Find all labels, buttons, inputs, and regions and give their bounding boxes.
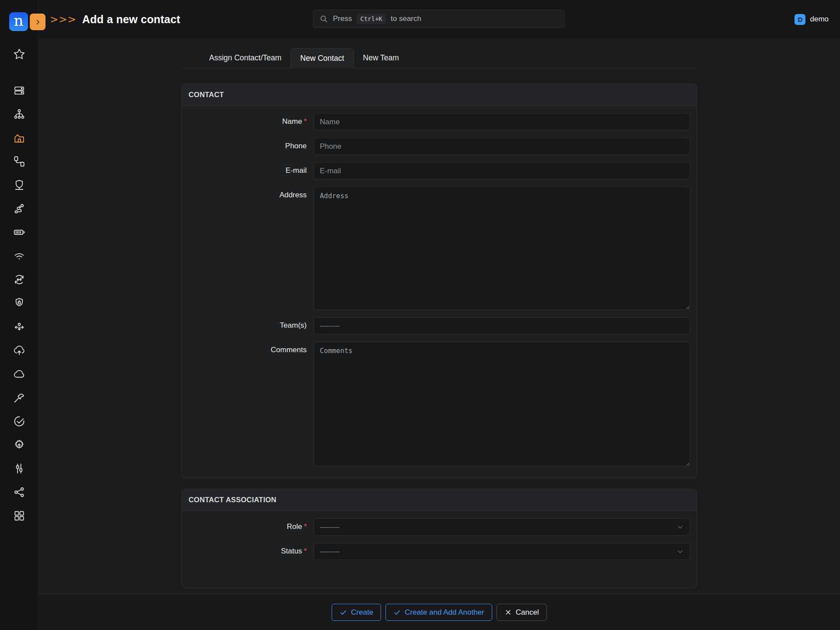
name-field[interactable] <box>314 113 690 130</box>
search-kbd-shortcut: Ctrl+K <box>357 14 386 24</box>
comments-field[interactable] <box>314 342 690 466</box>
status-label: Status* <box>182 543 314 556</box>
sidebar-item-shield-network[interactable] <box>0 173 38 197</box>
email-row: E-mail <box>182 162 690 179</box>
tab-assign-contact-team[interactable]: Assign Contact/Team <box>200 48 290 68</box>
contact-card: CONTACT Name* Phone E-mail Address <box>182 84 697 478</box>
create-and-add-another-button-label: Create and Add Another <box>405 608 484 617</box>
sidebar-nav <box>0 42 38 528</box>
sidebar-item-star[interactable] <box>0 42 38 66</box>
user-name: demo <box>810 15 829 24</box>
form-footer: Create Create and Add Another Cancel <box>38 594 840 630</box>
phone-row: Phone <box>182 138 690 155</box>
topbar: >>> Add a new contact Press Ctrl+K to se… <box>38 0 840 38</box>
sidebar: n <box>0 0 38 630</box>
email-label: E-mail <box>182 162 314 175</box>
status-select-value: --------- <box>320 548 340 555</box>
contact-association-card-title: CONTACT ASSOCIATION <box>182 489 696 511</box>
page-title: Add a new contact <box>82 13 180 26</box>
sidebar-item-grid[interactable] <box>0 504 38 528</box>
building-icon <box>13 131 26 144</box>
sidebar-item-route[interactable] <box>0 197 38 220</box>
grid-icon <box>13 509 26 522</box>
chevron-right-icon <box>35 19 41 25</box>
sidebar-item-hammer[interactable] <box>0 386 38 410</box>
required-asterisk: * <box>304 522 307 531</box>
role-label: Role* <box>182 518 314 531</box>
cancel-button-label: Cancel <box>516 608 539 617</box>
teams-label: Team(s) <box>182 317 314 330</box>
teams-row: Team(s) --------- <box>182 317 690 334</box>
cable-icon <box>13 155 26 168</box>
teams-select[interactable]: --------- <box>314 317 690 334</box>
sidebar-item-spread-arrows[interactable] <box>0 315 38 339</box>
cancel-button[interactable]: Cancel <box>497 604 547 621</box>
shield-network-icon <box>13 178 26 192</box>
required-asterisk: * <box>304 117 307 126</box>
address-label: Address <box>182 187 314 200</box>
role-row: Role* --------- <box>182 518 690 536</box>
contact-card-title: CONTACT <box>182 84 696 106</box>
contact-association-card: CONTACT ASSOCIATION Role* --------- Stat… <box>182 489 697 588</box>
gear-plus-icon <box>13 438 26 452</box>
chevron-down-icon <box>676 523 684 531</box>
user-menu[interactable]: D demo <box>794 0 829 38</box>
sidebar-toggle-button[interactable] <box>30 14 46 30</box>
sitemap-icon <box>13 108 26 121</box>
search-placeholder-suffix: to search <box>391 14 421 23</box>
netbox-logo[interactable]: n <box>9 12 28 31</box>
create-button[interactable]: Create <box>332 604 381 621</box>
sidebar-item-sync-arrows[interactable] <box>0 268 38 291</box>
tab-new-team[interactable]: New Team <box>354 48 408 68</box>
sidebar-item-cloud[interactable] <box>0 362 38 386</box>
spread-arrows-icon <box>13 320 26 333</box>
status-select[interactable]: --------- <box>314 543 690 560</box>
sidebar-item-battery[interactable] <box>0 220 38 244</box>
sidebar-item-rack[interactable] <box>0 79 38 102</box>
cloud-icon <box>13 368 26 381</box>
breadcrumb: >>> Add a new contact <box>50 0 180 38</box>
route-icon <box>13 202 26 215</box>
sidebar-item-cable[interactable] <box>0 150 38 173</box>
sidebar-item-check-circle[interactable] <box>0 410 38 433</box>
chevron-down-icon <box>676 548 684 555</box>
tab-new-contact[interactable]: New Contact <box>290 48 354 68</box>
sidebar-item-sitemap[interactable] <box>0 102 38 126</box>
x-icon <box>504 609 512 616</box>
search-placeholder-prefix: Press <box>333 14 352 23</box>
main-content: Assign Contact/Team New Contact New Team… <box>38 38 840 630</box>
check-icon <box>340 609 347 616</box>
role-select[interactable]: --------- <box>314 518 690 536</box>
sidebar-item-share[interactable] <box>0 480 38 504</box>
sidebar-item-gear-plus[interactable] <box>0 433 38 457</box>
role-select-value: --------- <box>320 523 340 531</box>
name-label: Name* <box>182 113 314 126</box>
rack-icon <box>13 84 26 97</box>
status-row: Status* --------- <box>182 543 690 560</box>
search-input[interactable]: Press Ctrl+K to search <box>313 10 565 28</box>
sidebar-item-cloud-upload[interactable] <box>0 339 38 362</box>
comments-row: Comments <box>182 342 690 466</box>
phone-field[interactable] <box>314 138 690 155</box>
hammer-icon <box>13 391 26 404</box>
sidebar-item-shield-fire[interactable] <box>0 291 38 315</box>
sync-arrows-icon <box>13 273 26 286</box>
sidebar-item-building[interactable] <box>0 126 38 150</box>
required-asterisk: * <box>304 547 307 555</box>
name-row: Name* <box>182 113 690 130</box>
check-circle-icon <box>13 415 26 428</box>
create-and-add-another-button[interactable]: Create and Add Another <box>385 604 492 621</box>
battery-icon <box>13 226 26 239</box>
sidebar-item-sliders[interactable] <box>0 457 38 480</box>
star-icon <box>13 48 26 61</box>
sliders-icon <box>13 462 26 475</box>
address-field[interactable] <box>314 187 690 310</box>
tab-bar: Assign Contact/Team New Contact New Team <box>182 48 697 68</box>
phone-label: Phone <box>182 138 314 150</box>
sidebar-item-wifi[interactable] <box>0 244 38 268</box>
address-row: Address <box>182 187 690 310</box>
email-field[interactable] <box>314 162 690 179</box>
check-icon <box>393 609 401 616</box>
comments-label: Comments <box>182 342 314 354</box>
shield-fire-icon <box>13 297 26 310</box>
